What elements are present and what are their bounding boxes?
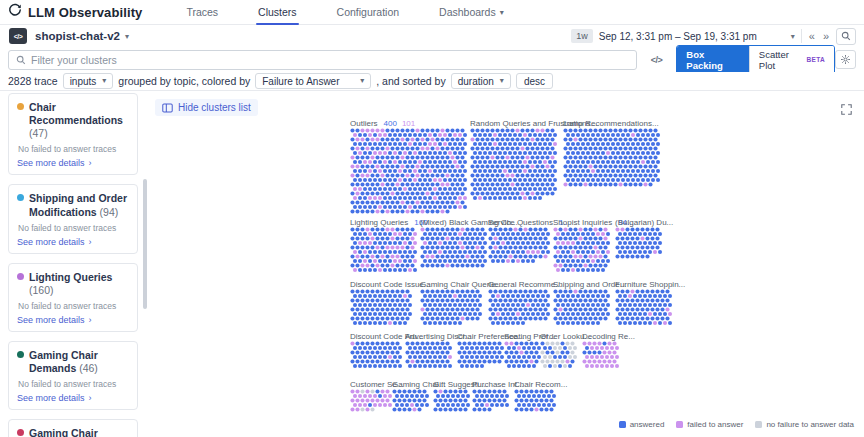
cluster-dots[interactable] (540, 341, 579, 372)
scatter-plot-button[interactable]: Scatter Plot BETA (749, 46, 834, 74)
settings-button[interactable] (835, 50, 856, 69)
tab-traces[interactable]: Traces (184, 0, 220, 24)
chevron-down-icon[interactable]: ▾ (791, 32, 795, 41)
cluster-color-dot (17, 194, 24, 201)
app-title: LLM Observability (28, 5, 142, 20)
chevron-right-icon: › (89, 315, 92, 325)
cluster-dots[interactable] (563, 128, 662, 191)
brand: LLM Observability (0, 3, 142, 21)
time-range-widget[interactable]: 1w Sep 12, 3:31 pm – Sep 19, 3:31 pm ▾ «… (571, 28, 864, 45)
cluster-card[interactable]: Shipping and Order Modifications (94)No … (8, 184, 138, 253)
cluster-dots[interactable] (420, 289, 484, 329)
legend-item: failed to answer (676, 420, 743, 429)
cluster-card-title: Shipping and Order Modifications (94) (29, 192, 129, 218)
cluster-label: Discount Code Issue... (350, 280, 430, 289)
cluster-label: Decoding Re... (582, 332, 635, 341)
cluster-dots[interactable] (392, 389, 431, 416)
cluster-dots[interactable] (350, 289, 414, 329)
fullscreen-button[interactable] (841, 101, 852, 119)
cluster-color-dot (17, 429, 24, 436)
chevron-right-icon: › (89, 393, 92, 403)
hide-clusters-list-label: Hide clusters list (178, 102, 251, 113)
cluster-dots[interactable] (470, 128, 559, 204)
cluster-dots[interactable] (488, 227, 552, 267)
cluster-dots[interactable] (457, 341, 506, 372)
cluster-color-dot (17, 103, 24, 110)
llm-observability-icon (8, 3, 22, 21)
service-selector[interactable]: shopist-chat-v2 (35, 30, 120, 42)
cluster-color-dot (17, 351, 24, 358)
collapse-panel-icon (162, 103, 173, 113)
cluster-dots[interactable] (420, 227, 489, 272)
hide-clusters-list-button[interactable]: Hide clusters list (155, 99, 258, 116)
legend-swatch (676, 421, 683, 428)
cluster-card-note: No failed to answer traces (18, 379, 129, 389)
cluster-card-title: Lighting Queries (160) (29, 271, 129, 297)
trace-input-value: inputs (70, 76, 97, 87)
legend-item: no failure to answer data (755, 420, 854, 429)
clusters-sidebar: Chair Recommendations (47)No failed to a… (0, 91, 150, 437)
cluster-dots[interactable] (350, 227, 419, 276)
chevron-right-icon: › (89, 237, 92, 247)
cluster-dots[interactable] (514, 389, 558, 416)
cluster-dots[interactable] (405, 341, 454, 372)
chevron-right-icon: › (89, 158, 92, 168)
cluster-dots[interactable] (553, 289, 612, 329)
cluster-dots[interactable] (472, 389, 511, 416)
cluster-card[interactable]: Chair Recommendations (47)No failed to a… (8, 93, 138, 175)
cluster-filter-input[interactable] (31, 54, 629, 66)
cluster-dots[interactable] (582, 341, 621, 372)
chevron-down-icon: ▾ (500, 8, 504, 17)
nav-tabs: TracesClustersConfigurationDashboards▾ (184, 0, 505, 24)
cluster-card-title: Gaming Chair Demands (46) (29, 349, 129, 375)
chevron-down-icon[interactable]: ▾ (125, 32, 129, 41)
trace-count: 2828 trace (8, 75, 58, 87)
colored-by-value: Failure to Answer (262, 76, 339, 87)
grouped-by-label: grouped by topic, colored by (118, 75, 250, 87)
cluster-card-note: No failed to answer traces (18, 223, 129, 233)
cluster-dots[interactable] (615, 227, 664, 263)
tab-configuration[interactable]: Configuration (335, 0, 401, 24)
cluster-card[interactable]: Gaming Chair Queries (116)No failed to a… (8, 419, 138, 437)
query-syntax-icon[interactable]: </> (651, 55, 663, 65)
cluster-label: Outliers400101 (350, 119, 415, 128)
cluster-label: Chair Recom... (514, 380, 567, 389)
cluster-dots[interactable] (433, 389, 472, 416)
cluster-dots[interactable] (615, 289, 674, 329)
sorted-by-label: , and sorted by (376, 75, 445, 87)
sort-field-value: duration (458, 76, 494, 87)
see-more-details-link[interactable]: See more details› (17, 393, 129, 403)
time-shift-back-icon[interactable]: « (808, 30, 816, 42)
cluster-dots[interactable] (350, 128, 469, 218)
sort-direction-button[interactable]: desc (516, 73, 553, 89)
see-more-details-link[interactable]: See more details› (17, 237, 129, 247)
legend-swatch (755, 421, 762, 428)
cluster-label: (Bulgarian) Du... (615, 218, 673, 227)
cluster-card-note: No failed to answer traces (18, 301, 129, 311)
sort-field-select[interactable]: duration▾ (451, 73, 511, 89)
tab-clusters[interactable]: Clusters (256, 0, 299, 24)
cluster-card[interactable]: Lighting Queries (160)No failed to answe… (8, 263, 138, 332)
cluster-filter-box[interactable] (8, 50, 637, 70)
cluster-dots[interactable] (350, 341, 404, 372)
cluster-dots[interactable] (553, 227, 612, 276)
time-shift-forward-icon[interactable]: » (822, 30, 830, 42)
cluster-dots[interactable] (504, 341, 543, 372)
box-packing-button[interactable]: Box Packing (677, 46, 748, 74)
cluster-label: Lighting Queries160 (350, 218, 428, 227)
trace-input-select[interactable]: inputs▾ (63, 73, 114, 89)
top-nav: LLM Observability TracesClustersConfigur… (0, 0, 864, 25)
sidebar-scrollbar[interactable] (143, 179, 147, 309)
time-range-text: Sep 12, 3:31 pm – Sep 19, 3:31 pm (599, 31, 757, 42)
colored-by-select[interactable]: Failure to Answer▾ (255, 73, 371, 89)
see-more-details-link[interactable]: See more details› (17, 158, 129, 168)
tab-dashboards[interactable]: Dashboards▾ (437, 0, 506, 24)
clusters-panel: Hide clusters list Outliers400101Random … (150, 91, 864, 437)
cluster-dots[interactable] (350, 389, 394, 416)
cluster-card[interactable]: Gaming Chair Demands (46)No failed to an… (8, 341, 138, 410)
cluster-label: Furniture Shoppin... (615, 280, 685, 289)
zoom-time-button[interactable] (836, 28, 856, 45)
see-more-details-link[interactable]: See more details› (17, 315, 129, 325)
cluster-dots[interactable] (488, 289, 552, 329)
service-bar: </> shopist-chat-v2 ▾ 1w Sep 12, 3:31 pm… (0, 25, 864, 47)
